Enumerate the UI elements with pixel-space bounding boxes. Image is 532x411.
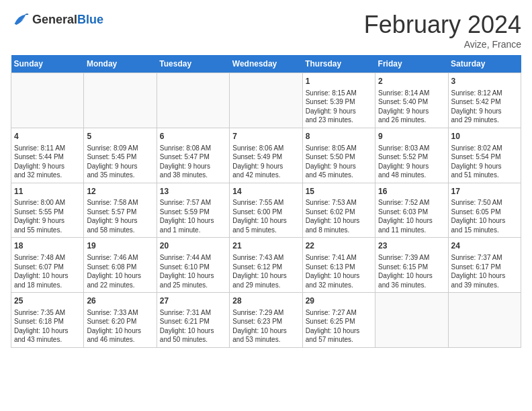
calendar-day-cell: 9Sunrise: 8:03 AMSunset: 5:52 PMDaylight…	[375, 128, 448, 183]
day-number: 21	[232, 240, 299, 252]
day-info: Sunrise: 7:37 AMSunset: 6:17 PMDaylight:…	[451, 253, 518, 289]
calendar-day-cell: 12Sunrise: 7:58 AMSunset: 5:57 PMDayligh…	[84, 183, 157, 238]
calendar-day-cell: 1Sunrise: 8:15 AMSunset: 5:39 PMDaylight…	[302, 73, 375, 128]
logo: GeneralBlue	[11, 11, 103, 30]
day-info: Sunrise: 7:52 AMSunset: 6:03 PMDaylight:…	[378, 198, 445, 234]
day-info: Sunrise: 7:55 AMSunset: 6:00 PMDaylight:…	[232, 198, 299, 234]
calendar-week-row: 25Sunrise: 7:35 AMSunset: 6:18 PMDayligh…	[11, 293, 521, 348]
calendar-day-cell: 18Sunrise: 7:48 AMSunset: 6:07 PMDayligh…	[11, 238, 84, 293]
day-info: Sunrise: 8:08 AMSunset: 5:47 PMDaylight:…	[160, 144, 226, 180]
day-info: Sunrise: 7:48 AMSunset: 6:07 PMDaylight:…	[14, 253, 81, 289]
calendar-day-cell: 19Sunrise: 7:46 AMSunset: 6:08 PMDayligh…	[84, 238, 157, 293]
calendar-header-row: SundayMondayTuesdayWednesdayThursdayFrid…	[11, 55, 521, 73]
calendar-day-cell	[11, 73, 84, 128]
day-number: 13	[160, 186, 226, 197]
month-title: February 2024	[364, 11, 521, 39]
calendar-day-cell: 3Sunrise: 8:12 AMSunset: 5:42 PMDaylight…	[448, 73, 521, 128]
day-info: Sunrise: 7:41 AMSunset: 6:13 PMDaylight:…	[306, 253, 372, 289]
logo-text: GeneralBlue	[32, 13, 103, 27]
calendar-day-cell	[448, 293, 521, 348]
calendar-day-cell: 26Sunrise: 7:33 AMSunset: 6:20 PMDayligh…	[84, 293, 157, 348]
day-of-week-header: Tuesday	[157, 55, 229, 73]
day-number: 12	[87, 186, 153, 197]
logo-bird-icon	[11, 11, 30, 30]
day-of-week-header: Thursday	[302, 55, 375, 73]
calendar-day-cell: 13Sunrise: 7:57 AMSunset: 5:59 PMDayligh…	[157, 183, 229, 238]
day-info: Sunrise: 8:06 AMSunset: 5:49 PMDaylight:…	[232, 144, 299, 180]
day-number: 24	[451, 240, 518, 252]
calendar-day-cell: 22Sunrise: 7:41 AMSunset: 6:13 PMDayligh…	[302, 238, 375, 293]
day-number: 11	[14, 186, 81, 197]
day-info: Sunrise: 7:29 AMSunset: 6:23 PMDaylight:…	[232, 308, 299, 345]
calendar-day-cell: 23Sunrise: 7:39 AMSunset: 6:15 PMDayligh…	[375, 238, 448, 293]
day-number: 27	[160, 295, 226, 307]
calendar-day-cell: 15Sunrise: 7:53 AMSunset: 6:02 PMDayligh…	[302, 183, 375, 238]
day-info: Sunrise: 7:58 AMSunset: 5:57 PMDaylight:…	[87, 198, 153, 234]
day-number: 25	[14, 295, 81, 307]
day-info: Sunrise: 8:12 AMSunset: 5:42 PMDaylight:…	[451, 89, 518, 125]
day-number: 19	[87, 240, 153, 252]
day-info: Sunrise: 7:39 AMSunset: 6:15 PMDaylight:…	[378, 253, 445, 289]
day-number: 1	[306, 76, 372, 87]
day-number: 28	[232, 295, 299, 307]
day-info: Sunrise: 8:00 AMSunset: 5:55 PMDaylight:…	[14, 198, 81, 234]
day-of-week-header: Monday	[84, 55, 157, 73]
calendar-day-cell: 2Sunrise: 8:14 AMSunset: 5:40 PMDaylight…	[375, 73, 448, 128]
calendar-day-cell: 14Sunrise: 7:55 AMSunset: 6:00 PMDayligh…	[230, 183, 302, 238]
day-number: 16	[378, 186, 445, 197]
calendar-day-cell: 16Sunrise: 7:52 AMSunset: 6:03 PMDayligh…	[375, 183, 448, 238]
day-number: 18	[14, 240, 81, 252]
calendar-day-cell: 6Sunrise: 8:08 AMSunset: 5:47 PMDaylight…	[157, 128, 229, 183]
day-number: 8	[306, 131, 372, 142]
day-info: Sunrise: 8:03 AMSunset: 5:52 PMDaylight:…	[378, 144, 445, 180]
calendar-week-row: 18Sunrise: 7:48 AMSunset: 6:07 PMDayligh…	[11, 238, 521, 293]
day-info: Sunrise: 7:35 AMSunset: 6:18 PMDaylight:…	[14, 308, 81, 345]
day-of-week-header: Wednesday	[230, 55, 302, 73]
day-of-week-header: Sunday	[11, 55, 84, 73]
logo-general: General	[32, 13, 77, 27]
calendar-day-cell	[230, 73, 302, 128]
day-info: Sunrise: 8:02 AMSunset: 5:54 PMDaylight:…	[451, 144, 518, 180]
day-number: 26	[87, 295, 153, 307]
day-info: Sunrise: 8:15 AMSunset: 5:39 PMDaylight:…	[306, 89, 372, 125]
day-info: Sunrise: 7:27 AMSunset: 6:25 PMDaylight:…	[306, 308, 372, 345]
calendar-day-cell: 29Sunrise: 7:27 AMSunset: 6:25 PMDayligh…	[302, 293, 375, 348]
calendar-day-cell: 5Sunrise: 8:09 AMSunset: 5:45 PMDaylight…	[84, 128, 157, 183]
day-info: Sunrise: 7:57 AMSunset: 5:59 PMDaylight:…	[160, 198, 226, 234]
calendar-week-row: 11Sunrise: 8:00 AMSunset: 5:55 PMDayligh…	[11, 183, 521, 238]
day-info: Sunrise: 7:31 AMSunset: 6:21 PMDaylight:…	[160, 308, 226, 345]
calendar-day-cell: 24Sunrise: 7:37 AMSunset: 6:17 PMDayligh…	[448, 238, 521, 293]
day-info: Sunrise: 7:33 AMSunset: 6:20 PMDaylight:…	[87, 308, 153, 345]
day-number: 4	[14, 131, 81, 142]
calendar-day-cell: 10Sunrise: 8:02 AMSunset: 5:54 PMDayligh…	[448, 128, 521, 183]
day-info: Sunrise: 7:44 AMSunset: 6:10 PMDaylight:…	[160, 253, 226, 289]
calendar-day-cell: 4Sunrise: 8:11 AMSunset: 5:44 PMDaylight…	[11, 128, 84, 183]
day-info: Sunrise: 8:14 AMSunset: 5:40 PMDaylight:…	[378, 89, 445, 125]
calendar-day-cell: 28Sunrise: 7:29 AMSunset: 6:23 PMDayligh…	[230, 293, 302, 348]
day-number: 29	[306, 295, 372, 307]
calendar-day-cell: 21Sunrise: 7:43 AMSunset: 6:12 PMDayligh…	[230, 238, 302, 293]
calendar-day-cell: 25Sunrise: 7:35 AMSunset: 6:18 PMDayligh…	[11, 293, 84, 348]
day-number: 15	[306, 186, 372, 197]
day-number: 6	[160, 131, 226, 142]
day-number: 2	[378, 76, 445, 87]
day-number: 23	[378, 240, 445, 252]
page-header: GeneralBlue February 2024 Avize, France	[11, 11, 521, 50]
day-number: 7	[232, 131, 299, 142]
day-number: 22	[306, 240, 372, 252]
calendar-week-row: 1Sunrise: 8:15 AMSunset: 5:39 PMDaylight…	[11, 73, 521, 128]
day-info: Sunrise: 8:05 AMSunset: 5:50 PMDaylight:…	[306, 144, 372, 180]
day-number: 17	[451, 186, 518, 197]
calendar-day-cell: 17Sunrise: 7:50 AMSunset: 6:05 PMDayligh…	[448, 183, 521, 238]
calendar-day-cell: 27Sunrise: 7:31 AMSunset: 6:21 PMDayligh…	[157, 293, 229, 348]
day-of-week-header: Friday	[375, 55, 448, 73]
logo-blue: Blue	[77, 13, 103, 27]
day-of-week-header: Saturday	[448, 55, 521, 73]
day-info: Sunrise: 7:43 AMSunset: 6:12 PMDaylight:…	[232, 253, 299, 289]
day-number: 9	[378, 131, 445, 142]
calendar-day-cell: 8Sunrise: 8:05 AMSunset: 5:50 PMDaylight…	[302, 128, 375, 183]
day-info: Sunrise: 8:11 AMSunset: 5:44 PMDaylight:…	[14, 144, 81, 180]
day-number: 3	[451, 76, 518, 87]
calendar-day-cell	[84, 73, 157, 128]
calendar-day-cell: 11Sunrise: 8:00 AMSunset: 5:55 PMDayligh…	[11, 183, 84, 238]
